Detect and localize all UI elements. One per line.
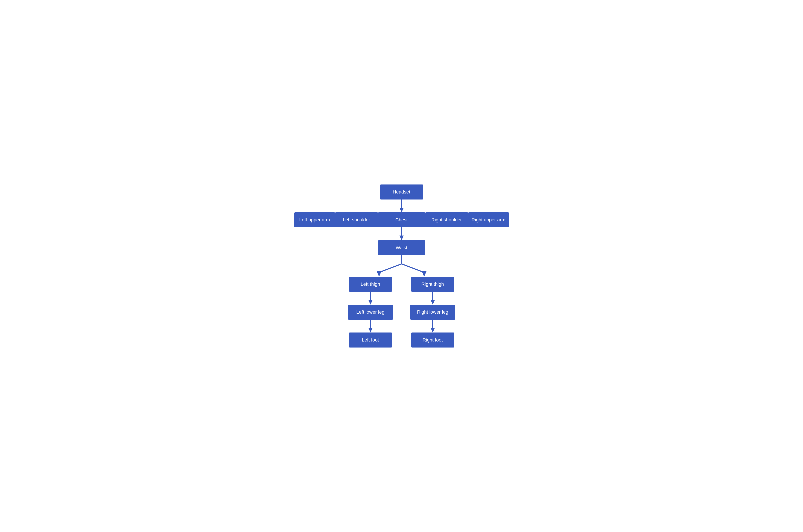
node-right-shoulder: Right shoulder <box>425 212 468 227</box>
arrow-headset-to-chest <box>397 200 406 212</box>
arrow-left-thigh-to-left-lower-leg <box>366 292 375 305</box>
arrow-right-lower-leg-to-right-foot <box>428 320 437 332</box>
svg-marker-11 <box>399 235 404 240</box>
node-right-thigh: Right thigh <box>411 277 454 292</box>
node-left-upper-arm: Left upper arm <box>294 212 335 227</box>
svg-marker-18 <box>368 300 373 305</box>
svg-marker-16 <box>422 271 427 277</box>
node-right-lower-leg: Right lower leg <box>410 305 455 320</box>
node-right-upper-arm: Right upper arm <box>468 212 509 227</box>
right-leg-column: Right thigh Right lower leg Right foot <box>410 277 455 347</box>
arrow-waist-to-legs <box>357 255 447 277</box>
arrow-left-lower-leg-to-left-foot <box>366 320 375 332</box>
svg-marker-15 <box>376 271 381 277</box>
node-chest: Chest <box>378 212 425 227</box>
node-left-shoulder: Left shoulder <box>335 212 378 227</box>
node-left-lower-leg: Left lower leg <box>348 305 393 320</box>
svg-line-14 <box>401 264 424 272</box>
node-left-thigh: Left thigh <box>349 277 392 292</box>
body-diagram: Headset Left upper arm Left shoulder Che… <box>305 185 498 347</box>
node-headset: Headset <box>380 185 423 200</box>
svg-marker-22 <box>431 300 435 305</box>
left-leg-column: Left thigh Left lower leg Left foot <box>348 277 393 347</box>
svg-line-13 <box>379 264 401 272</box>
node-left-foot: Left foot <box>349 332 392 347</box>
arrow-right-thigh-to-right-lower-leg <box>428 292 437 305</box>
svg-marker-20 <box>368 328 373 332</box>
node-right-foot: Right foot <box>411 332 454 347</box>
svg-marker-24 <box>431 328 435 332</box>
node-waist: Waist <box>378 240 425 255</box>
legs-row: Left thigh Left lower leg Left foot Righ… <box>348 277 455 347</box>
svg-marker-1 <box>399 208 404 212</box>
arrow-chest-to-waist <box>397 227 406 240</box>
chest-row: Left upper arm Left shoulder Chest Right… <box>305 212 498 227</box>
